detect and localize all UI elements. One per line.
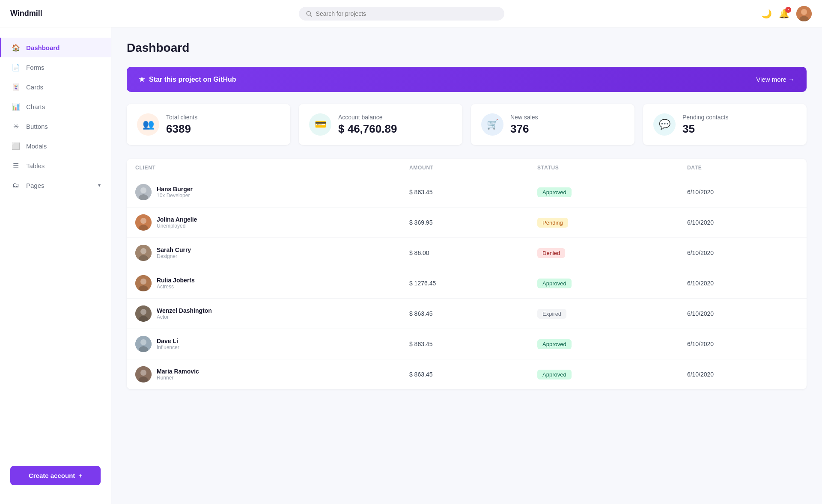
client-cell: Dave Li Influencer	[127, 329, 401, 359]
notifications-button[interactable]: 🔔 •	[779, 9, 789, 19]
sidebar: 🏠 Dashboard 📄 Forms 🃏 Cards 📊 Charts ✳ B…	[0, 27, 111, 504]
pages-arrow-icon: ▾	[98, 182, 101, 188]
new-sales-label: New sales	[510, 114, 538, 121]
data-table: CLIENTAMOUNTSTATUSDATE Hans Burger 10x D…	[127, 159, 807, 389]
status-badge: Denied	[537, 248, 565, 258]
status-badge: Approved	[537, 279, 572, 288]
sidebar-item-pages[interactable]: 🗂 Pages ▾	[0, 175, 111, 195]
banner-link[interactable]: View more →	[756, 76, 795, 83]
sidebar-item-label-charts: Charts	[26, 103, 45, 110]
pending-contacts-icon: 💬	[653, 113, 676, 136]
account-balance-info: Account balance $ 46,760.89	[338, 114, 397, 136]
moon-icon: 🌙	[761, 9, 772, 18]
tables-icon: ☰	[12, 161, 20, 170]
client-cell: Hans Burger 10x Developer	[127, 177, 401, 208]
avatar-svg	[135, 336, 152, 352]
total-clients-value: 6389	[166, 122, 197, 136]
avatar[interactable]	[796, 6, 812, 21]
status-badge: Pending	[537, 218, 568, 228]
account-balance-icon: 💳	[309, 113, 331, 136]
sidebar-item-dashboard[interactable]: 🏠 Dashboard	[0, 38, 111, 57]
stat-card-pending-contacts: 💬 Pending contacts 35	[643, 104, 807, 145]
sidebar-footer: Create account +	[0, 457, 111, 494]
create-account-label: Create account	[29, 472, 75, 479]
dashboard-icon: 🏠	[12, 43, 20, 52]
create-account-button[interactable]: Create account +	[10, 466, 101, 485]
table-row: Sarah Curry Designer $ 86.00Denied6/10/2…	[127, 238, 807, 268]
amount-cell: $ 863.45	[401, 329, 529, 359]
sidebar-item-buttons[interactable]: ✳ Buttons	[0, 116, 111, 136]
pending-contacts-value: 35	[682, 122, 728, 136]
col-header-amount: AMOUNT	[401, 159, 529, 177]
table-row: Jolina Angelie Unemployed $ 369.95Pendin…	[127, 208, 807, 238]
sidebar-item-label-forms: Forms	[26, 64, 45, 71]
status-cell: Denied	[529, 238, 679, 268]
client-cell: Rulia Joberts Actress	[127, 268, 401, 299]
star-icon: ★	[139, 75, 145, 83]
table-row: Maria Ramovic Runner $ 863.45Approved6/1…	[127, 359, 807, 390]
status-badge: Approved	[537, 370, 572, 379]
avatar-svg	[135, 305, 152, 322]
total-clients-icon: 👥	[137, 113, 159, 136]
col-header-status: STATUS	[529, 159, 679, 177]
client-role: Runner	[157, 375, 199, 381]
client-name: Wenzel Dashington	[157, 307, 212, 314]
avatar-svg	[135, 366, 152, 382]
sidebar-item-modals[interactable]: ⬜ Modals	[0, 136, 111, 156]
status-badge: Approved	[537, 339, 572, 349]
new-sales-icon: 🛒	[481, 113, 503, 136]
status-cell: Approved	[529, 329, 679, 359]
client-role: Influencer	[157, 344, 179, 350]
new-sales-value: 376	[510, 122, 538, 136]
date-cell: 6/10/2020	[679, 329, 807, 359]
stat-card-new-sales: 🛒 New sales 376	[471, 104, 634, 145]
sidebar-item-label-buttons: Buttons	[26, 123, 48, 130]
status-cell: Approved	[529, 268, 679, 299]
notification-badge: •	[785, 7, 791, 13]
account-balance-value: $ 46,760.89	[338, 122, 397, 136]
account-balance-label: Account balance	[338, 114, 397, 121]
app-body: 🏠 Dashboard 📄 Forms 🃏 Cards 📊 Charts ✳ B…	[0, 27, 822, 504]
svg-point-15	[140, 279, 146, 285]
stats-grid: 👥 Total clients 6389 💳 Account balance $…	[127, 104, 807, 145]
sidebar-item-cards[interactable]: 🃏 Cards	[0, 77, 111, 97]
date-cell: 6/10/2020	[679, 208, 807, 238]
status-badge: Approved	[537, 187, 572, 197]
col-header-client: CLIENT	[127, 159, 401, 177]
client-avatar	[135, 305, 152, 322]
github-banner[interactable]: ★ Star this project on GitHub View more …	[127, 67, 807, 92]
cards-icon: 🃏	[12, 83, 20, 91]
status-cell: Approved	[529, 177, 679, 208]
amount-cell: $ 1276.45	[401, 268, 529, 299]
forms-icon: 📄	[12, 63, 20, 71]
status-cell: Expired	[529, 299, 679, 329]
theme-toggle-button[interactable]: 🌙	[761, 9, 772, 19]
avatar-svg	[135, 245, 152, 261]
sidebar-item-label-pages: Pages	[26, 182, 45, 189]
table-row: Hans Burger 10x Developer $ 863.45Approv…	[127, 177, 807, 208]
client-role: Actor	[157, 314, 212, 320]
sidebar-item-label-tables: Tables	[26, 162, 45, 169]
avatar-svg	[135, 184, 152, 200]
client-role: Designer	[157, 253, 191, 259]
svg-point-24	[140, 370, 146, 376]
sidebar-item-charts[interactable]: 📊 Charts	[0, 97, 111, 116]
date-cell: 6/10/2020	[679, 177, 807, 208]
sidebar-item-tables[interactable]: ☰ Tables	[0, 156, 111, 175]
client-name: Dave Li	[157, 338, 179, 344]
table-card: CLIENTAMOUNTSTATUSDATE Hans Burger 10x D…	[127, 159, 807, 389]
svg-point-6	[140, 187, 146, 193]
create-account-plus: +	[78, 472, 82, 479]
amount-cell: $ 863.45	[401, 299, 529, 329]
client-avatar	[135, 275, 152, 291]
search-bar[interactable]	[299, 7, 504, 21]
client-avatar	[135, 366, 152, 382]
client-avatar	[135, 336, 152, 352]
sidebar-item-forms[interactable]: 📄 Forms	[0, 57, 111, 77]
search-input[interactable]	[316, 10, 498, 17]
client-role: Unemployed	[157, 223, 197, 229]
client-name: Maria Ramovic	[157, 368, 199, 375]
client-avatar	[135, 184, 152, 200]
stat-card-account-balance: 💳 Account balance $ 46,760.89	[299, 104, 462, 145]
date-cell: 6/10/2020	[679, 238, 807, 268]
